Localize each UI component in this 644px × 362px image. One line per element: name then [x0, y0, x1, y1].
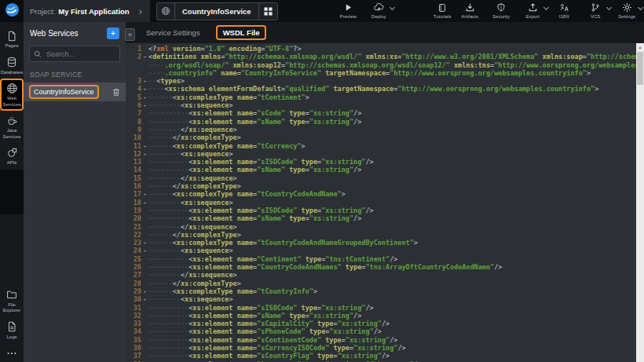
code-line[interactable]: 8··········<xs:element name="sName" type… [126, 118, 644, 126]
code-line[interactable]: 23-······<xs:complexType name="tCountryC… [126, 239, 644, 247]
line-number[interactable] [126, 69, 141, 77]
line-number[interactable]: 1 [126, 45, 141, 53]
code-line[interactable]: 15········</xs:sequence> [126, 174, 644, 182]
code-line[interactable]: 5-······<xs:complexType name="tContinent… [126, 93, 644, 101]
line-number[interactable]: 3 [126, 77, 141, 85]
artifacts-button[interactable]: Artifacts [456, 0, 484, 19]
line-number[interactable]: 7 [126, 109, 141, 117]
code-line[interactable]: 7··········<xs:element name="sCode" type… [126, 109, 644, 117]
app-logo[interactable] [0, 0, 24, 22]
code-line[interactable]: 3-··<types> [126, 77, 644, 85]
code-line[interactable]: ····.org/wsdl/soap/" xmlns:soap12="http:… [126, 61, 644, 69]
fold-marker[interactable]: - [141, 295, 148, 303]
code-line[interactable]: 32··········<xs:element name="sName" typ… [126, 312, 644, 320]
sidebar-item-web-services[interactable]: Web Services [0, 79, 24, 111]
fold-marker[interactable]: - [141, 199, 148, 207]
line-number[interactable]: 9 [126, 126, 141, 133]
code-line[interactable]: 1<?xml version="1.0" encoding="UTF-8"?> [126, 45, 644, 53]
line-number[interactable]: 22 [126, 231, 141, 239]
fold-marker[interactable]: - [141, 101, 148, 109]
code-line[interactable]: 12-········<xs:sequence> [126, 150, 644, 158]
line-number[interactable]: 32 [126, 312, 141, 320]
search-input[interactable] [45, 49, 115, 59]
line-number[interactable]: 28 [126, 280, 141, 287]
line-number[interactable]: 14 [126, 166, 141, 174]
line-number[interactable]: 30 [126, 295, 141, 303]
tab-service-settings[interactable]: Service Settings [146, 28, 200, 37]
line-number[interactable]: 19 [126, 207, 141, 214]
code-line[interactable]: 18-········<xs:sequence> [126, 199, 644, 207]
sidebar-item-logs[interactable]: Logs [0, 317, 24, 344]
line-number[interactable]: 27 [126, 271, 141, 279]
code-line[interactable]: 14··········<xs:element name="sName" typ… [126, 166, 644, 174]
line-number[interactable]: 4 [126, 85, 141, 93]
collapse-panel-button[interactable]: « [125, 28, 135, 41]
scroll-thumb[interactable] [637, 52, 643, 85]
line-number[interactable]: 5 [126, 93, 141, 101]
settings-button[interactable]: Settings [613, 0, 641, 19]
fold-marker[interactable]: - [141, 150, 148, 158]
code-line[interactable]: 4-····<xs:schema elementFormDefault="qua… [126, 85, 644, 93]
preview-button[interactable]: Preview [335, 0, 362, 19]
line-number[interactable]: 16 [126, 182, 141, 190]
code-line[interactable]: 13··········<xs:element name="sISOCode" … [126, 158, 644, 166]
code-line[interactable]: 33··········<xs:element name="sCapitalCi… [126, 320, 644, 327]
code-line[interactable]: 25··········<xs:element name="Continent"… [126, 255, 644, 263]
sidebar-item-java-services[interactable]: Java Services [0, 111, 24, 143]
sidebar-item-file-explorer[interactable]: File Explorer [0, 285, 24, 317]
line-number[interactable]: 8 [126, 118, 141, 126]
trash-icon[interactable] [112, 88, 120, 97]
code-line[interactable]: 27········</xs:sequence> [126, 271, 644, 279]
deploy-button[interactable]: Deploy [365, 0, 393, 19]
code-line[interactable]: 30-········<xs:sequence> [126, 295, 644, 303]
security-button[interactable]: Security [488, 0, 515, 19]
line-number[interactable]: 10 [126, 133, 141, 141]
code-line[interactable]: 37··········<xs:element name="sCountryFl… [126, 352, 644, 360]
code-line[interactable]: 6-········<xs:sequence> [126, 101, 644, 109]
code-line[interactable]: 20··········<xs:element name="sName" typ… [126, 214, 644, 222]
line-number[interactable]: 24 [126, 247, 141, 254]
tutorials-button[interactable]: Tutorials [429, 0, 456, 19]
fold-marker[interactable]: - [141, 190, 148, 198]
code-line[interactable]: 31··········<xs:element name="sISOCode" … [126, 304, 644, 312]
project-name[interactable]: My First Application [58, 7, 129, 16]
fold-marker[interactable]: - [141, 77, 148, 85]
wsdl-code-editor[interactable]: 1<?xml version="1.0" encoding="UTF-8"?>2… [126, 43, 644, 362]
code-line[interactable]: 16······</xs:complexType> [126, 182, 644, 190]
fold-marker[interactable]: - [141, 287, 148, 295]
sidebar-item-databases[interactable]: Databases [0, 53, 24, 79]
line-number[interactable]: 12 [126, 150, 141, 158]
code-line[interactable]: 28······</xs:complexType> [126, 280, 644, 287]
code-line[interactable]: 21········</xs:sequence> [126, 223, 644, 231]
sidebar-item-apis[interactable]: APIs [0, 143, 24, 170]
sidebar-item-pages[interactable]: Pages [0, 26, 24, 53]
code-line[interactable]: 9········</xs:sequence> [126, 126, 644, 133]
code-line[interactable]: 29-······<xs:complexType name="tCountryI… [126, 287, 644, 295]
line-number[interactable]: 6 [126, 101, 141, 109]
tab-wsdl-file[interactable]: WSDL File [216, 25, 267, 40]
code-line[interactable]: 2-<definitions xmlns="http://schemas.xml… [126, 53, 644, 60]
line-number[interactable]: 13 [126, 158, 141, 166]
line-number[interactable]: 20 [126, 214, 141, 222]
code-line[interactable]: 24-········<xs:sequence> [126, 247, 644, 254]
grid-icon[interactable] [258, 3, 277, 20]
line-number[interactable]: 29 [126, 287, 141, 295]
export-button[interactable]: Export [519, 0, 547, 19]
line-number[interactable]: 37 [126, 352, 141, 360]
line-number[interactable]: 2 [126, 53, 141, 60]
line-number[interactable]: 25 [126, 255, 141, 263]
line-number[interactable]: 21 [126, 223, 141, 231]
code-line[interactable]: 22······</xs:complexType> [126, 231, 644, 239]
line-number[interactable]: 26 [126, 263, 141, 271]
line-number[interactable]: 34 [126, 327, 141, 335]
code-line[interactable]: 26··········<xs:element name="CountryCod… [126, 263, 644, 271]
service-list-item[interactable]: CountryInfoService [24, 82, 126, 101]
fold-marker[interactable]: - [141, 85, 148, 93]
service-name[interactable]: CountryInfoService [29, 85, 99, 99]
vcs-button[interactable]: VCS [582, 0, 609, 19]
line-number[interactable]: 33 [126, 320, 141, 327]
service-tab[interactable]: CountryInfoService [156, 2, 278, 20]
fold-marker[interactable]: - [141, 239, 148, 247]
fold-marker[interactable]: - [141, 53, 148, 60]
code-line[interactable]: ····.countryinfo" name="CountryInfoServi… [126, 69, 644, 77]
